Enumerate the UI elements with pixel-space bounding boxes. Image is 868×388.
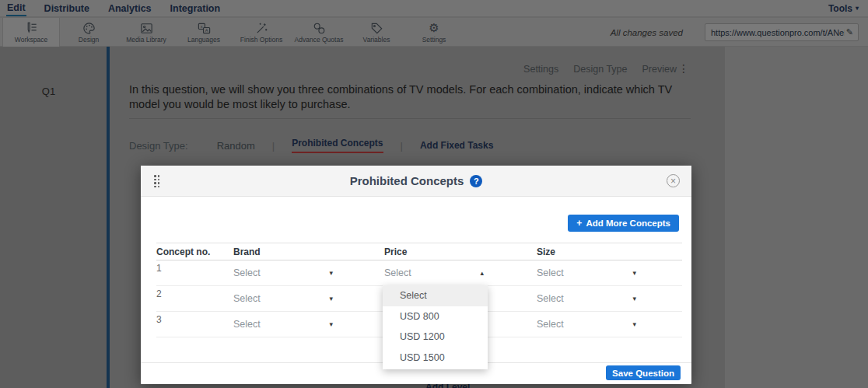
size-select[interactable]: Select ▾ [537, 319, 636, 330]
chevron-down-icon: ▾ [329, 295, 333, 302]
dropdown-option-usd-1200[interactable]: USD 1200 [383, 327, 488, 348]
concept-number: 1 [156, 260, 233, 285]
dialog-title: Prohibited Concepts [350, 174, 464, 187]
column-header-brand: Brand [233, 246, 384, 257]
add-more-concepts-button[interactable]: + Add More Concepts [568, 215, 679, 232]
drag-handle-icon[interactable] [154, 175, 159, 187]
size-select[interactable]: Select ▾ [537, 293, 636, 304]
dropdown-option-select[interactable]: Select [383, 285, 488, 306]
dropdown-option-usd-800[interactable]: USD 800 [383, 306, 488, 327]
select-value: Select [537, 319, 564, 330]
brand-select[interactable]: Select ▾ [233, 319, 333, 330]
column-header-concept-no: Concept no. [156, 246, 233, 257]
select-value: Select [537, 293, 564, 304]
select-value: Select [233, 293, 261, 304]
plus-icon: + [576, 218, 582, 229]
concept-number: 3 [156, 312, 233, 337]
save-question-button[interactable]: Save Question [606, 365, 681, 380]
help-icon[interactable]: ? [470, 175, 482, 187]
table-header-row: Concept no. Brand Price Size [156, 243, 682, 260]
select-value: Select [233, 319, 261, 330]
add-more-concepts-label: Add More Concepts [586, 218, 670, 228]
chevron-down-icon: ▾ [632, 320, 636, 328]
size-select[interactable]: Select ▾ [537, 267, 636, 278]
column-header-size: Size [537, 246, 682, 257]
chevron-down-icon: ▾ [632, 269, 636, 277]
concept-number: 2 [156, 286, 233, 311]
select-value: Select [233, 267, 261, 278]
chevron-up-icon: ▴ [480, 269, 484, 277]
chevron-down-icon: ▾ [329, 320, 333, 328]
select-value: Select [537, 267, 564, 278]
chevron-down-icon: ▾ [632, 295, 636, 302]
close-icon[interactable]: × [667, 174, 680, 187]
chevron-down-icon: ▾ [329, 269, 333, 277]
brand-select[interactable]: Select ▾ [233, 267, 333, 278]
dialog-header: Prohibited Concepts ? × [141, 166, 691, 197]
column-header-price: Price [384, 246, 537, 257]
dropdown-option-usd-1500[interactable]: USD 1500 [383, 348, 488, 369]
brand-select[interactable]: Select ▾ [233, 293, 333, 304]
price-select-open[interactable]: Select ▴ [384, 267, 484, 278]
table-row: 1 Select ▾ Select ▴ Select ▾ [156, 260, 682, 286]
price-dropdown-menu: Select USD 800 USD 1200 USD 1500 [383, 285, 488, 369]
select-value: Select [384, 267, 411, 278]
